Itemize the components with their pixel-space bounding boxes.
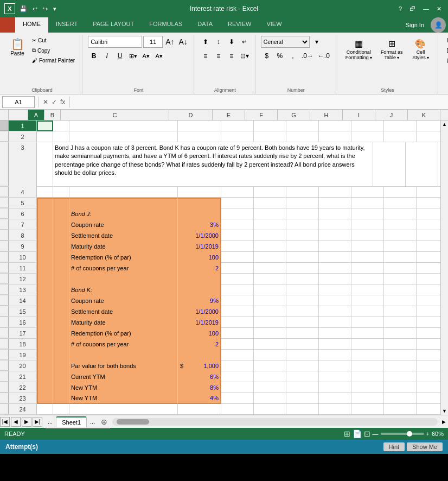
cell-b17[interactable]	[53, 328, 69, 339]
cell-k6[interactable]	[417, 208, 440, 219]
cell-a14[interactable]	[37, 295, 53, 306]
cell-j13[interactable]	[384, 284, 417, 295]
cell-i24[interactable]	[351, 404, 384, 415]
underline-button[interactable]: U	[114, 50, 126, 62]
cell-b1[interactable]	[53, 121, 69, 131]
cell-f17[interactable]	[254, 328, 286, 339]
page-layout-view-icon[interactable]: 📄	[353, 429, 362, 438]
cell-h15[interactable]	[319, 306, 351, 317]
cell-e18[interactable]	[221, 339, 254, 350]
tab-review[interactable]: REVIEW	[220, 17, 259, 33]
cell-f6[interactable]	[254, 208, 286, 219]
cell-e1[interactable]	[221, 121, 254, 131]
cell-f10[interactable]	[254, 252, 286, 263]
tab-formulas[interactable]: FORMULAS	[142, 17, 190, 33]
cell-g4[interactable]	[286, 187, 319, 198]
help-button[interactable]: ?	[396, 4, 404, 13]
format-cells-button[interactable]: Format ▾	[444, 56, 448, 66]
row-num-7[interactable]: 7	[9, 219, 37, 230]
cell-e22[interactable]	[221, 382, 254, 393]
cell-k19[interactable]	[417, 350, 440, 360]
cell-k5[interactable]	[417, 198, 440, 208]
cell-k14[interactable]	[417, 295, 440, 306]
increase-font-button[interactable]: A↑	[164, 36, 176, 48]
cell-j8[interactable]	[384, 230, 417, 241]
cell-b10[interactable]	[53, 252, 69, 263]
cell-e12[interactable]	[221, 274, 254, 284]
cell-b18[interactable]	[53, 339, 69, 350]
cell-d24[interactable]	[178, 404, 221, 415]
cell-g10[interactable]	[286, 252, 319, 263]
cell-c19[interactable]	[69, 350, 178, 360]
cell-d19[interactable]	[178, 350, 221, 360]
align-bottom-button[interactable]: ⬇	[226, 36, 238, 48]
horizontal-scrollbar[interactable]	[112, 418, 438, 426]
first-sheet-button[interactable]: |◀	[0, 417, 10, 427]
cell-k18[interactable]	[417, 339, 440, 350]
col-header-h[interactable]: H	[310, 110, 343, 120]
scroll-up-button[interactable]: ▲	[441, 121, 448, 128]
vertical-scrollbar[interactable]: ▲ ▼	[440, 121, 448, 415]
cell-e15[interactable]	[221, 306, 254, 317]
cell-c20[interactable]: Par value for both bonds	[69, 360, 178, 371]
cell-d15[interactable]: 1/1/2000	[178, 306, 221, 317]
cell-h19[interactable]	[319, 350, 351, 360]
cell-h12[interactable]	[319, 274, 351, 284]
align-top-button[interactable]: ⬆	[200, 36, 212, 48]
tab-sheet1[interactable]: Sheet1	[56, 416, 87, 427]
cell-j22[interactable]	[384, 382, 417, 393]
comma-button[interactable]: ,	[287, 50, 299, 62]
cell-d11[interactable]: 2	[178, 263, 221, 274]
cell-h5[interactable]	[319, 198, 351, 208]
prev-sheets-indicator[interactable]: ...	[46, 417, 55, 426]
cell-h2[interactable]	[319, 131, 351, 142]
cell-k21[interactable]	[417, 371, 440, 382]
cell-h14[interactable]	[319, 295, 351, 306]
row-num-20[interactable]: 20	[9, 360, 37, 371]
cell-j4[interactable]	[384, 187, 417, 198]
sign-in-button[interactable]: Sign In	[406, 22, 424, 28]
cell-d6[interactable]	[178, 208, 221, 219]
row-num-16[interactable]: 16	[9, 317, 37, 327]
cell-j5[interactable]	[384, 198, 417, 208]
cell-e16[interactable]	[221, 317, 254, 328]
format-table-button[interactable]: ⊞ Format asTable▾	[377, 36, 407, 64]
cell-d8[interactable]: 1/1/2000	[178, 230, 221, 241]
currency-button[interactable]: $	[261, 50, 273, 62]
cell-g24[interactable]	[286, 404, 319, 415]
cell-d10[interactable]: 100	[178, 252, 221, 263]
cell-d1[interactable]	[178, 121, 221, 131]
cell-f8[interactable]	[254, 230, 286, 241]
cell-h13[interactable]	[319, 284, 351, 295]
cell-k20[interactable]	[417, 360, 440, 371]
cell-g18[interactable]	[286, 339, 319, 350]
cell-g12[interactable]	[286, 274, 319, 284]
cell-j21[interactable]	[384, 371, 417, 382]
row-num-22[interactable]: 22	[9, 382, 37, 393]
cell-c12[interactable]	[69, 274, 178, 284]
cell-d5[interactable]	[178, 198, 221, 208]
cell-g20[interactable]	[286, 360, 319, 371]
cell-h11[interactable]	[319, 263, 351, 274]
cell-k13[interactable]	[417, 284, 440, 295]
decrease-font-button[interactable]: A↓	[177, 36, 189, 48]
cut-button[interactable]: ✂ Cut	[29, 36, 78, 45]
cell-a1[interactable]	[37, 121, 53, 131]
customize-button[interactable]: ▾	[51, 4, 59, 14]
cell-i5[interactable]	[351, 198, 384, 208]
row-num-5[interactable]: 5	[9, 198, 37, 208]
font-name-input[interactable]	[88, 36, 142, 48]
cell-a17[interactable]	[37, 328, 53, 339]
col-header-a[interactable]: A	[28, 110, 44, 120]
row-num-9[interactable]: 9	[9, 241, 37, 251]
cell-c2[interactable]	[69, 131, 178, 142]
insert-cells-button[interactable]: Insert ▾	[444, 36, 448, 45]
cell-a3[interactable]	[37, 142, 53, 187]
italic-button[interactable]: I	[101, 50, 113, 62]
cell-c10[interactable]: Redemption (% of par)	[69, 252, 178, 263]
align-middle-button[interactable]: ↕	[213, 36, 225, 48]
cell-g8[interactable]	[286, 230, 319, 241]
normal-view-icon[interactable]: ⊞	[344, 429, 350, 438]
cell-d9[interactable]: 1/1/2019	[178, 241, 221, 252]
number-dropdown-button[interactable]: ▾	[311, 36, 323, 48]
